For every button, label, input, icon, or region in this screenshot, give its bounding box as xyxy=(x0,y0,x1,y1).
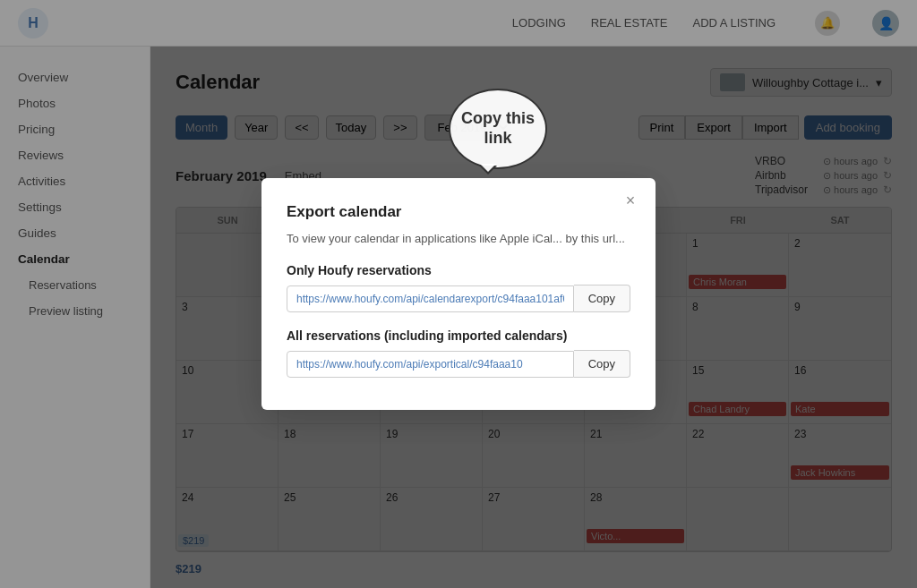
modal-overlay: Copy thislink × Export calendar To view … xyxy=(0,0,917,588)
speech-bubble: Copy thislink xyxy=(449,89,547,169)
export-calendar-modal: Copy thislink × Export calendar To view … xyxy=(261,178,656,411)
section2-label: All reservations (including imported cal… xyxy=(287,328,630,343)
section1-label: Only Houfy reservations xyxy=(287,263,630,277)
section2-copy-button[interactable]: Copy xyxy=(574,350,630,378)
modal-title: Export calendar xyxy=(287,203,630,221)
speech-bubble-text: Copy thislink xyxy=(461,109,535,148)
section1-url-row: Copy xyxy=(287,285,630,312)
section1-url-input[interactable] xyxy=(287,285,574,312)
section1-copy-button[interactable]: Copy xyxy=(574,285,630,312)
section2-group: All reservations (including imported cal… xyxy=(287,328,630,378)
section2-url-row: Copy xyxy=(287,350,630,378)
section2-url-input[interactable] xyxy=(287,351,574,378)
modal-description: To view your calendar in applications li… xyxy=(287,230,630,248)
modal-close-button[interactable]: × xyxy=(620,191,641,212)
section1-group: Only Houfy reservations Copy xyxy=(287,263,630,312)
